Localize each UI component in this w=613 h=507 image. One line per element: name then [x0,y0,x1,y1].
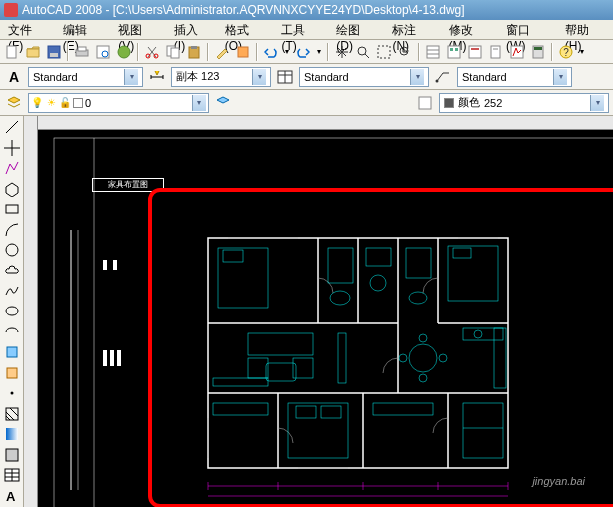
drawing-canvas[interactable]: 家具布置图 [24,116,613,507]
pan-button[interactable] [332,42,352,62]
copy-button[interactable] [163,42,183,62]
color-swatch [444,98,454,108]
make-block-button[interactable] [2,364,22,382]
zoom-button[interactable] [353,42,373,62]
undo-button[interactable] [261,42,281,62]
properties-button[interactable] [423,42,443,62]
publish-button[interactable] [114,42,134,62]
menu-file[interactable]: 文件(F) [0,20,55,39]
svg-point-7 [118,46,130,58]
insert-block-button[interactable] [2,343,22,361]
separator [256,43,258,61]
sheet-set-button[interactable] [486,42,506,62]
match-props-button[interactable] [212,42,232,62]
menu-insert[interactable]: 插入(I) [166,20,217,39]
svg-rect-30 [534,47,542,50]
color-combo[interactable]: 颜色 252 ▾ [439,93,609,113]
design-center-button[interactable] [444,42,464,62]
table-style-value: Standard [304,71,349,83]
mleader-style-combo[interactable]: Standard ▾ [457,67,572,87]
color-button[interactable] [415,93,435,113]
color-label: 颜色 [458,95,480,110]
menu-draw[interactable]: 绘图(D) [328,20,384,39]
text-style-value: Standard [33,71,78,83]
spline-button[interactable] [2,282,22,300]
lock-icon: 🔓 [59,97,71,109]
markup-button[interactable] [507,42,527,62]
hatch-button[interactable] [2,405,22,423]
arc-button[interactable] [2,220,22,238]
menu-tools[interactable]: 工具(T) [273,20,328,39]
gradient-button[interactable] [2,425,22,443]
menubar: 文件(F) 编辑(E) 视图(V) 插入(I) 格式(O) 工具(T) 绘图(D… [0,20,613,40]
svg-rect-63 [103,350,107,366]
region-button[interactable] [2,446,22,464]
text-style-icon[interactable]: A [4,67,24,87]
dropdown-arrow[interactable]: ▾ [282,42,292,62]
menu-view[interactable]: 视图(V) [110,20,165,39]
layer-manager-button[interactable] [4,93,24,113]
table-style-icon[interactable] [275,67,295,87]
chevron-down-icon: ▾ [590,95,604,111]
table-button[interactable] [2,466,22,484]
plot-button[interactable] [72,42,92,62]
zoom-previous-button[interactable] [395,42,415,62]
new-button[interactable] [2,42,22,62]
svg-rect-65 [117,350,121,366]
menu-window[interactable]: 窗口(W) [498,20,557,39]
dropdown-arrow[interactable]: ▾ [577,42,587,62]
cut-button[interactable] [142,42,162,62]
svg-rect-22 [450,48,453,51]
menu-annotate[interactable]: 标注(N) [384,20,440,39]
svg-rect-24 [469,46,481,58]
preview-button[interactable] [93,42,113,62]
svg-rect-45 [7,347,17,357]
text-style-combo[interactable]: Standard ▾ [28,67,143,87]
zoom-window-button[interactable] [374,42,394,62]
svg-line-39 [6,121,18,133]
paste-button[interactable] [184,42,204,62]
line-button[interactable] [2,118,22,136]
menu-help[interactable]: 帮助(H) [557,20,613,39]
calc-button[interactable] [528,42,548,62]
open-button[interactable] [23,42,43,62]
ellipse-arc-button[interactable] [2,323,22,341]
dropdown-arrow[interactable]: ▾ [314,42,324,62]
polygon-button[interactable] [2,179,22,197]
selection-frame [148,188,613,507]
rectangle-button[interactable] [2,200,22,218]
svg-rect-53 [6,449,18,461]
work-area: A 家具布置图 [0,116,613,507]
menu-modify[interactable]: 修改(M) [441,20,498,39]
dim-style-combo[interactable]: 副本 123 ▾ [171,67,271,87]
chevron-down-icon: ▾ [252,69,266,85]
point-button[interactable] [2,384,22,402]
ellipse-button[interactable] [2,302,22,320]
dim-style-icon[interactable] [147,67,167,87]
block-editor-button[interactable] [233,42,253,62]
save-button[interactable] [44,42,64,62]
help-button[interactable]: ? [556,42,576,62]
menu-format[interactable]: 格式(O) [217,20,274,39]
mtext-button[interactable]: A [2,486,22,504]
redo-button[interactable] [293,42,313,62]
xline-button[interactable] [2,138,22,156]
mleader-style-icon[interactable] [433,67,453,87]
draw-toolbar: A [0,116,24,507]
svg-rect-25 [471,48,479,50]
svg-rect-61 [103,260,107,270]
tool-palette-button[interactable] [465,42,485,62]
svg-rect-52 [6,428,18,440]
chevron-down-icon: ▾ [317,47,321,56]
revcloud-button[interactable] [2,261,22,279]
polyline-button[interactable] [2,159,22,177]
layer-prev-button[interactable] [213,93,233,113]
svg-rect-21 [448,46,460,58]
dim-style-value: 副本 123 [176,69,219,84]
table-style-combo[interactable]: Standard ▾ [299,67,429,87]
layer-combo[interactable]: 💡 ☀ 🔓 0 ▾ [28,93,209,113]
circle-button[interactable] [2,241,22,259]
separator [418,43,420,61]
menu-edit[interactable]: 编辑(E) [55,20,110,39]
svg-rect-14 [238,47,248,57]
